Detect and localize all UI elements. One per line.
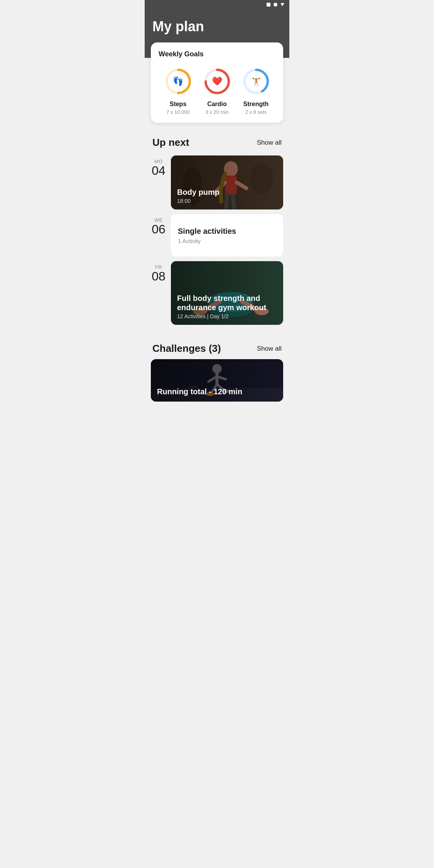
full-body-card[interactable]: Full body strength and endurance gym wor… xyxy=(171,261,283,325)
date-col-mo04: MO 04 xyxy=(151,155,166,209)
up-next-show-all-button[interactable]: Show all xyxy=(257,139,282,147)
cardio-icon: ❤️ xyxy=(212,76,222,86)
date-col-fr08: FR 08 xyxy=(151,261,166,325)
body-pump-card[interactable]: Body pump 18:00 xyxy=(171,155,283,209)
goal-strength[interactable]: 🏋️ Strength 2 x 8 sets xyxy=(241,66,272,115)
page-title: My plan xyxy=(152,19,282,35)
schedule-item-we06[interactable]: WE 06 Single activities 1 Activity xyxy=(145,212,289,259)
cardio-sub: 3 x 20 min xyxy=(206,109,229,115)
up-next-header: Up next Show all xyxy=(145,130,289,153)
challenges-show-all-button[interactable]: Show all xyxy=(257,345,282,353)
challenges-header: Challenges (3) Show all xyxy=(145,336,289,359)
body-pump-time: 18:00 xyxy=(177,198,277,204)
card-full-body[interactable]: Full body strength and endurance gym wor… xyxy=(171,261,283,325)
challenges-section: Challenges (3) Show all Runnin xyxy=(145,336,289,402)
full-body-overlay: Full body strength and endurance gym wor… xyxy=(171,261,283,325)
steps-label: Steps xyxy=(170,101,187,108)
date-col-we06: WE 06 xyxy=(151,214,166,257)
challenges-title: Challenges (3) xyxy=(152,343,221,355)
challenge-card[interactable]: Running total - 120 min xyxy=(151,359,283,402)
circle-icon xyxy=(273,2,278,7)
weekly-goals-title: Weekly Goals xyxy=(159,50,275,58)
steps-icon: 👣 xyxy=(173,76,183,86)
strength-icon: 🏋️ xyxy=(252,77,260,86)
day-num-mo04: 04 xyxy=(152,164,165,177)
cardio-circle: ❤️ xyxy=(202,66,233,97)
svg-point-1 xyxy=(274,3,277,7)
up-next-list: MO 04 xyxy=(145,153,289,333)
strength-circle: 🏋️ xyxy=(241,66,272,97)
challenge-overlay: Running total - 120 min xyxy=(151,359,283,402)
schedule-item-mo04[interactable]: MO 04 xyxy=(145,153,289,212)
body-pump-title: Body pump xyxy=(177,187,277,197)
svg-marker-2 xyxy=(280,3,284,6)
body-pump-overlay: Body pump 18:00 xyxy=(171,155,283,209)
full-body-title: Full body strength and endurance gym wor… xyxy=(177,294,277,312)
day-num-fr08: 08 xyxy=(152,270,165,282)
goals-row: 👣 Steps 7 x 10,000 ❤️ Cardio 3 x 20 min xyxy=(159,66,275,115)
card-body-pump[interactable]: Body pump 18:00 xyxy=(171,155,283,209)
schedule-item-fr08[interactable]: FR 08 Full xyxy=(145,259,289,327)
strength-label: Strength xyxy=(243,101,269,108)
full-body-sub: 12 Activities | Day 1/2 xyxy=(177,313,277,319)
square-icon xyxy=(266,2,271,7)
strength-sub: 2 x 8 sets xyxy=(245,109,267,115)
status-bar xyxy=(145,0,289,9)
steps-sub: 7 x 10,000 xyxy=(166,109,190,115)
weekly-goals-card: Weekly Goals 👣 Steps 7 x 10,000 ❤️ xyxy=(151,42,283,123)
single-activities-title: Single activities xyxy=(178,227,276,236)
goal-cardio[interactable]: ❤️ Cardio 3 x 20 min xyxy=(202,66,233,115)
svg-rect-0 xyxy=(267,3,270,7)
single-activities-sub: 1 Activity xyxy=(178,238,276,244)
goal-steps[interactable]: 👣 Steps 7 x 10,000 xyxy=(163,66,194,115)
steps-circle: 👣 xyxy=(163,66,194,97)
up-next-title: Up next xyxy=(152,137,189,149)
card-single-activities[interactable]: Single activities 1 Activity xyxy=(171,214,283,257)
challenge-title: Running total - 120 min xyxy=(157,387,277,396)
cardio-label: Cardio xyxy=(207,101,227,108)
single-activities-card[interactable]: Single activities 1 Activity xyxy=(171,214,283,257)
day-num-we06: 06 xyxy=(152,223,165,235)
triangle-icon xyxy=(280,2,285,7)
